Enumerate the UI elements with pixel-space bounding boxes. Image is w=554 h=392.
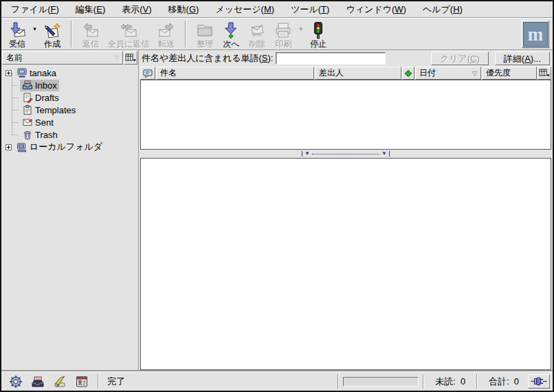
folder-row-ローカルフォルダ[interactable]: ローカルフォルダ (1, 141, 138, 153)
toolbar-separator (71, 21, 72, 47)
delete-icon (248, 21, 266, 39)
next-button[interactable]: 次へ (218, 19, 244, 49)
unread-label: 未読: (435, 376, 456, 388)
folder-name-column-header[interactable]: 名前 ▽ (2, 51, 123, 65)
folder-row-inbox[interactable]: Inbox (1, 79, 138, 91)
forward-label: 転送 (158, 39, 175, 49)
composer-component-button[interactable] (51, 374, 69, 389)
menu-w[interactable]: ウィンドウ(W) (342, 2, 410, 17)
folder-label: Sent (35, 117, 54, 128)
get-mail-button[interactable]: 受信 (4, 19, 30, 49)
folder-label: Inbox (35, 80, 57, 91)
print-icon (274, 21, 292, 39)
reply-label: 返信 (82, 39, 99, 49)
folder-row-tanaka[interactable]: tanaka (1, 67, 138, 79)
content-area: 名前 ▽ tanakaInboxDraftsTemplatesSentTrash… (1, 50, 553, 371)
forward-icon (157, 21, 175, 39)
folder-row-templates[interactable]: Templates (1, 104, 138, 116)
folder-label: Trash (35, 130, 58, 140)
address-book-component-button[interactable] (73, 374, 91, 389)
compose-label: 作成 (44, 39, 60, 49)
mail-component-button[interactable] (29, 374, 47, 389)
navigator-component-button[interactable] (7, 374, 25, 389)
mail-window: ファイル(F)編集(E)表示(V)移動(G)メッセージ(M)ツール(T)ウィンド… (0, 0, 554, 392)
compose-icon (43, 21, 61, 39)
sender-column-header[interactable]: 差出人 (315, 67, 401, 80)
folder-row-content: Drafts (20, 92, 61, 104)
sort-indicator-icon: ▽ (472, 70, 477, 77)
stop-label: 停止 (310, 39, 326, 49)
message-preview-pane (140, 158, 551, 370)
read-diamond-icon (404, 69, 412, 78)
online-status-button[interactable] (528, 374, 550, 389)
statusbar-separator (98, 374, 99, 389)
thread-column-header[interactable] (140, 67, 155, 80)
toolbar-separator (185, 21, 186, 47)
priority-column-label: 優先度 (486, 67, 511, 79)
search-input[interactable] (276, 52, 386, 65)
menu-e[interactable]: 編集(E) (71, 2, 109, 17)
sent-icon (22, 117, 33, 128)
subject-column-header[interactable]: 件名 (156, 67, 314, 80)
folder-label: ローカルフォルダ (30, 141, 102, 153)
twisty-expand-icon[interactable] (5, 144, 12, 150)
pane-splitter[interactable]: ▼▼ (140, 150, 551, 158)
column-picker-icon (125, 54, 137, 62)
next-label: 次へ (223, 39, 239, 49)
subject-column-label: 件名 (160, 67, 177, 79)
menu-m[interactable]: メッセージ(M) (211, 2, 278, 17)
compose-button[interactable]: 作成 (39, 19, 65, 49)
print-dropdown-arrow-icon[interactable]: ▼ (296, 21, 305, 37)
print-button: 印刷 (270, 19, 296, 49)
reply-all-button: 全員に返信 (104, 19, 153, 49)
inbox-icon (22, 80, 33, 91)
menu-t[interactable]: ツール(T) (287, 2, 333, 17)
folder-label: tanaka (30, 68, 56, 78)
priority-column-header[interactable]: 優先度 (482, 67, 537, 80)
thread-column-picker-button[interactable] (538, 67, 551, 80)
menu-g[interactable]: 移動(G) (164, 2, 203, 17)
get-mail-icon (8, 21, 26, 39)
menu-v[interactable]: 表示(V) (118, 2, 155, 17)
folder-row-trash[interactable]: Trash (1, 128, 138, 141)
sort-indicator-icon: ▽ (114, 54, 119, 61)
folder-row-drafts[interactable]: Drafts (1, 91, 138, 104)
mail-component-icon (31, 375, 45, 389)
menu-f[interactable]: ファイル(F) (7, 2, 63, 17)
status-bar: 完了 未読: 0 合計: 0 (1, 371, 553, 391)
file-button: 整理 (192, 19, 218, 49)
column-picker-icon (539, 69, 551, 78)
read-column-header[interactable] (402, 67, 414, 80)
thread-column-headers: 件名差出人日付▽優先度 (140, 66, 551, 80)
folder-label: Drafts (35, 93, 59, 103)
delete-label: 削除 (249, 39, 265, 49)
twisty-expand-icon[interactable] (5, 70, 12, 76)
splitter-grippy-icon[interactable]: ▼▼ (302, 151, 390, 157)
folder-row-content: tanaka (14, 67, 58, 79)
main-pane: 件名や差出人に含まれる単語(S): クリア(C)詳細(A)... 件名差出人日付… (139, 50, 553, 371)
total-value: 0 (514, 376, 519, 387)
clear-button: クリア(C) (431, 51, 489, 65)
get-mail-label: 受信 (9, 39, 25, 49)
quick-search-bar: 件名や差出人に含まれる単語(S): クリア(C)詳細(A)... (140, 50, 551, 66)
folder-column-picker-button[interactable] (124, 51, 137, 65)
stop-button[interactable]: 停止 (305, 19, 331, 49)
component-bar (4, 374, 93, 389)
progress-bar (343, 377, 419, 387)
get-mail-dropdown-arrow-icon[interactable]: ▼ (30, 21, 39, 37)
trash-icon (22, 129, 33, 140)
toolbar: 受信▼作成返信全員に返信転送整理次へ削除印刷▼停止 m (1, 18, 553, 50)
date-column-header[interactable]: 日付▽ (415, 67, 481, 80)
statusbar-separator (476, 374, 478, 389)
delete-button: 削除 (244, 19, 270, 49)
thread-list-pane[interactable] (140, 80, 551, 150)
templates-icon (22, 104, 33, 115)
advanced-button[interactable]: 詳細(A)... (495, 51, 550, 65)
menu-h[interactable]: ヘルプ(H) (419, 2, 467, 17)
folder-row-content: Trash (20, 129, 60, 141)
mozilla-logo-button[interactable]: m (522, 21, 549, 48)
unread-count: 未読: 0 (428, 376, 472, 388)
folder-row-sent[interactable]: Sent (1, 116, 138, 128)
mail-server-icon (16, 67, 27, 78)
local-folders-icon (16, 141, 27, 152)
